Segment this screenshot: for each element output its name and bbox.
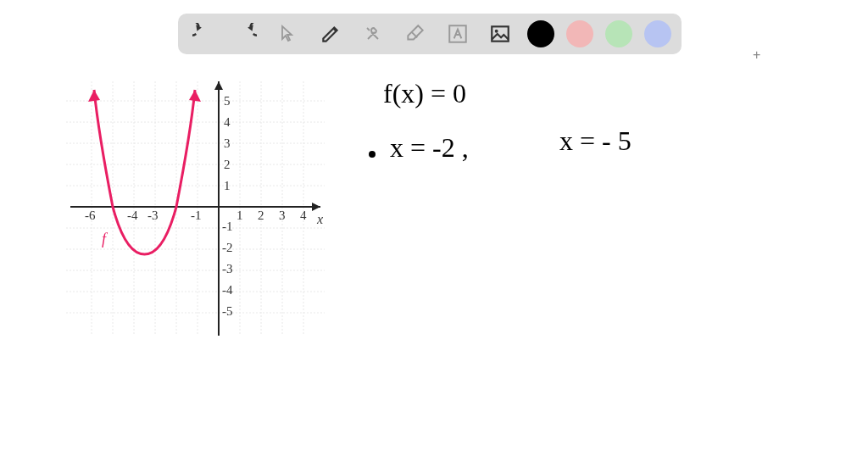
tick-x-1: 1 — [236, 209, 243, 223]
svg-line-3 — [412, 32, 418, 38]
eraser-button[interactable] — [400, 19, 431, 49]
tick-y-3: 3 — [224, 136, 231, 151]
tick-y-neg-5: -5 — [222, 304, 233, 319]
svg-marker-29 — [312, 203, 320, 211]
tick-x-2: 2 — [258, 209, 264, 223]
pencil-button[interactable] — [315, 19, 346, 49]
tick-x-4: 4 — [300, 209, 307, 223]
color-black[interactable] — [527, 20, 554, 47]
x-axis-label: x — [317, 212, 323, 227]
pointer-icon — [278, 24, 298, 44]
undo-button[interactable] — [188, 19, 219, 49]
svg-point-6 — [495, 30, 498, 33]
tick-x-neg-4: -4 — [127, 209, 138, 223]
tools-button[interactable] — [358, 19, 388, 49]
tick-y-neg-3: -3 — [222, 262, 233, 276]
tick-x-3: 3 — [279, 209, 286, 223]
add-marker[interactable]: + — [753, 47, 760, 63]
tick-x-neg-3: -3 — [147, 209, 159, 223]
tick-x-neg-6: -6 — [85, 209, 96, 223]
pointer-button[interactable] — [273, 19, 303, 49]
image-icon — [489, 23, 511, 45]
tick-y-5: 5 — [224, 94, 231, 108]
tick-x-neg-1: -1 — [191, 209, 202, 223]
hw-bullet — [369, 151, 376, 158]
svg-marker-30 — [214, 81, 223, 90]
handwriting-line-2b: x = - 5 — [559, 125, 632, 157]
tick-y-4: 4 — [224, 115, 231, 130]
tick-y-neg-4: -4 — [222, 283, 233, 298]
graph-panel: f -6 -4 -3 -1 1 2 3 4 5 4 3 2 1 -1 -2 -3… — [66, 81, 325, 336]
handwriting-line-1: f(x) = 0 — [383, 78, 466, 109]
toolbar — [178, 14, 682, 54]
curve-label: f — [102, 231, 106, 248]
tick-y-1: 1 — [224, 179, 231, 193]
redo-icon — [235, 23, 257, 45]
handwriting-line-2a: x = -2 , — [390, 132, 469, 164]
tick-y-neg-2: -2 — [222, 241, 233, 255]
tools-icon — [363, 24, 383, 44]
svg-rect-5 — [492, 26, 509, 41]
image-button[interactable] — [485, 19, 515, 49]
pencil-icon — [320, 23, 342, 45]
color-green[interactable] — [605, 20, 632, 47]
redo-button[interactable] — [231, 19, 261, 49]
color-blue[interactable] — [644, 20, 671, 47]
text-icon — [447, 23, 469, 45]
tick-y-neg-1: -1 — [222, 220, 233, 234]
tick-y-2: 2 — [224, 158, 231, 172]
text-button[interactable] — [442, 19, 473, 49]
eraser-icon — [404, 23, 426, 45]
color-red[interactable] — [566, 20, 593, 47]
undo-icon — [192, 23, 214, 45]
